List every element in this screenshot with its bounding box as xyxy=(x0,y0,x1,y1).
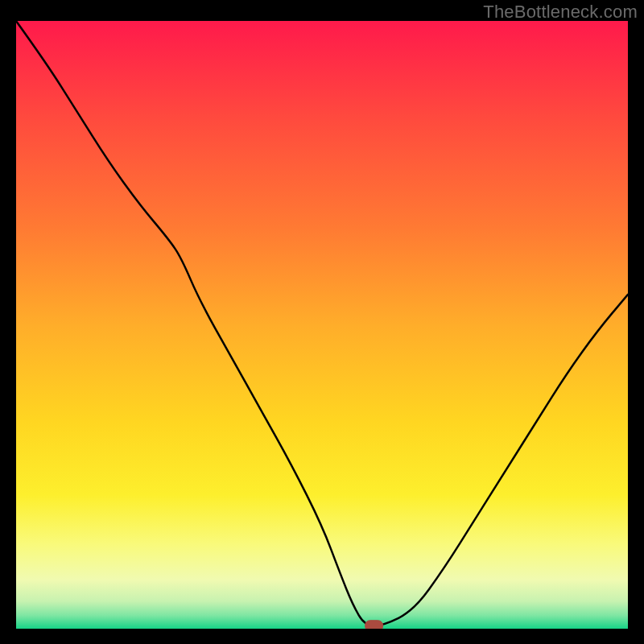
plot-svg xyxy=(16,21,628,629)
plot-area xyxy=(16,21,628,629)
chart-frame: TheBottleneck.com xyxy=(0,0,644,644)
gradient-background xyxy=(16,21,628,629)
watermark-text: TheBottleneck.com xyxy=(483,2,638,23)
optimal-marker xyxy=(365,621,383,629)
